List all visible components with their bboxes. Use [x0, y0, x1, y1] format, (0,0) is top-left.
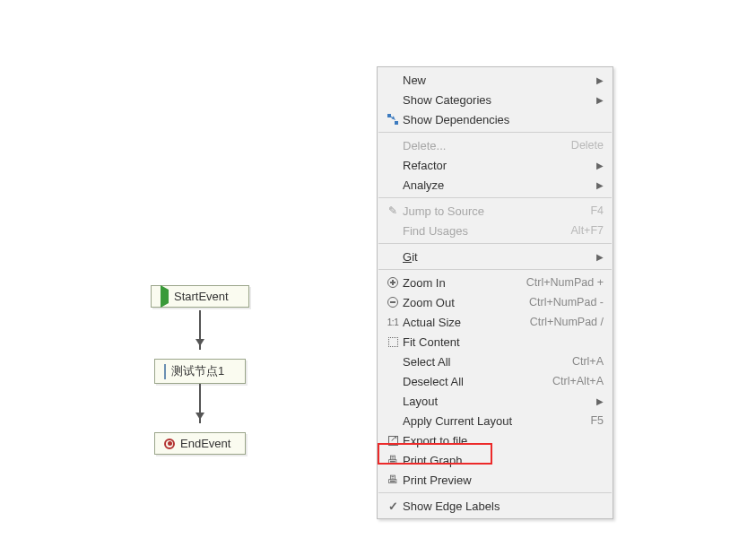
menu-export-to-file[interactable]: Export to file	[378, 430, 613, 450]
menu-separator	[378, 243, 612, 244]
menu-show-dependencies[interactable]: Show Dependencies	[378, 109, 613, 129]
menu-zoom-out[interactable]: Zoom Out Ctrl+NumPad -	[378, 292, 613, 312]
menu-label: Print Preview	[403, 473, 604, 487]
menu-label: Fit Content	[403, 335, 604, 349]
fit-content-icon	[383, 337, 403, 347]
node-test[interactable]: 测试节点1	[154, 359, 246, 384]
menu-analyze[interactable]: Analyze ▶	[378, 175, 613, 195]
menu-shortcut: Delete	[571, 139, 604, 152]
menu-label: Select All	[403, 355, 572, 369]
menu-zoom-in[interactable]: Zoom In Ctrl+NumPad +	[378, 273, 613, 292]
menu-new[interactable]: New ▶	[378, 70, 613, 90]
menu-apply-current-layout[interactable]: Apply Current Layout F5	[378, 411, 613, 430]
menu-label: Apply Current Layout	[403, 414, 590, 428]
menu-separator	[378, 132, 612, 133]
node-start-event[interactable]: StartEvent	[151, 285, 249, 308]
menu-label: Show Categories	[403, 93, 593, 107]
node-end-event[interactable]: EndEvent	[154, 432, 246, 455]
node-label: 测试节点1	[171, 363, 224, 379]
zoom-out-icon	[383, 297, 403, 308]
pencil-icon: ✎	[383, 204, 403, 217]
menu-label: Deselect All	[403, 375, 552, 388]
menu-label: Zoom In	[403, 276, 526, 290]
menu-label: Zoom Out	[403, 296, 529, 309]
export-icon	[383, 436, 403, 446]
chevron-right-icon: ▶	[596, 180, 604, 190]
menu-jump-to-source: ✎ Jump to Source F4	[378, 201, 613, 221]
menu-label: Git	[403, 250, 593, 264]
chevron-right-icon: ▶	[596, 161, 604, 170]
menu-label: Refactor	[403, 159, 593, 172]
menu-show-categories[interactable]: Show Categories ▶	[378, 90, 613, 109]
menu-print-graph[interactable]: 🖶 Print Graph	[378, 450, 613, 470]
menu-label: Analyze	[403, 178, 593, 192]
chevron-right-icon: ▶	[596, 95, 604, 105]
menu-shortcut: Ctrl+A	[572, 355, 604, 368]
chevron-right-icon: ▶	[596, 75, 604, 85]
menu-separator	[378, 492, 612, 493]
menu-label: Show Dependencies	[403, 113, 604, 126]
menu-label: New	[403, 74, 593, 87]
menu-label: Layout	[403, 395, 593, 408]
chevron-right-icon: ▶	[596, 396, 604, 406]
dependencies-icon	[383, 114, 403, 125]
check-icon: ✓	[383, 500, 403, 513]
menu-shortcut: Ctrl+NumPad +	[526, 276, 604, 289]
menu-label: Export to file	[403, 434, 604, 447]
context-menu: New ▶ Show Categories ▶ Show Dependencie…	[377, 66, 613, 519]
menu-delete: Delete... Delete	[378, 135, 613, 155]
play-icon	[161, 290, 169, 303]
menu-actual-size[interactable]: 1:1 Actual Size Ctrl+NumPad /	[378, 312, 613, 332]
menu-shortcut: Ctrl+NumPad -	[529, 296, 604, 308]
menu-show-edge-labels[interactable]: ✓ Show Edge Labels	[378, 496, 613, 516]
menu-label: Delete...	[403, 139, 571, 152]
actual-size-icon: 1:1	[383, 317, 403, 327]
menu-find-usages: Find Usages Alt+F7	[378, 221, 613, 240]
menu-label: Actual Size	[403, 316, 530, 329]
menu-separator	[378, 269, 612, 270]
print-preview-icon: 🖶	[383, 473, 403, 486]
menu-shortcut: F5	[590, 414, 604, 427]
menu-shortcut: Ctrl+NumPad /	[530, 316, 604, 328]
end-icon	[164, 439, 175, 449]
menu-label: Show Edge Labels	[403, 500, 604, 513]
edge-arrow	[199, 310, 201, 350]
menu-shortcut: Ctrl+Alt+A	[552, 375, 604, 387]
menu-shortcut: F4	[590, 204, 604, 217]
menu-shortcut: Alt+F7	[571, 224, 604, 237]
menu-print-preview[interactable]: 🖶 Print Preview	[378, 470, 613, 490]
menu-git[interactable]: Git ▶	[378, 247, 613, 266]
menu-fit-content[interactable]: Fit Content	[378, 332, 613, 352]
menu-label: Print Graph	[403, 454, 604, 467]
menu-select-all[interactable]: Select All Ctrl+A	[378, 352, 613, 371]
task-icon	[164, 365, 166, 378]
menu-refactor[interactable]: Refactor ▶	[378, 155, 613, 175]
menu-deselect-all[interactable]: Deselect All Ctrl+Alt+A	[378, 371, 613, 391]
node-label: StartEvent	[174, 290, 229, 303]
chevron-right-icon: ▶	[596, 252, 604, 262]
menu-label: Jump to Source	[403, 204, 590, 218]
zoom-in-icon	[383, 277, 403, 288]
node-label: EndEvent	[180, 437, 230, 450]
menu-separator	[378, 197, 612, 198]
menu-layout[interactable]: Layout ▶	[378, 391, 613, 411]
edge-arrow	[199, 384, 201, 423]
print-icon: 🖶	[383, 454, 403, 466]
menu-label: Find Usages	[403, 224, 571, 238]
